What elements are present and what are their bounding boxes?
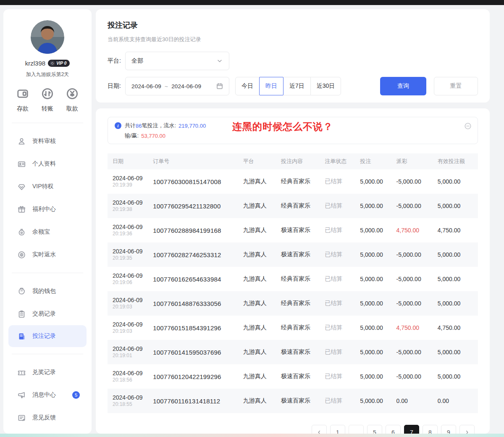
summary-winloss: 53,770.00	[141, 133, 165, 139]
bet-record-icon	[18, 332, 26, 340]
cell-platform: 九游真人	[242, 389, 279, 413]
join-days-text: 加入九游娱乐第2天	[3, 71, 92, 78]
table-row[interactable]: 2024-06-09 20:19:03 1007760148876333056 …	[108, 291, 478, 316]
user-audit-icon	[18, 137, 26, 145]
cell-platform: 九游真人	[242, 316, 279, 340]
vip-badge-label: VIP 0	[56, 61, 66, 66]
vip-badge[interactable]: ◇ VIP 0	[48, 60, 70, 67]
quick-action-2[interactable]: 取款	[60, 87, 84, 113]
date-from: 2024-06-09	[131, 83, 161, 90]
cell-time: 20:18:56	[113, 377, 150, 384]
cell-valid-amount: 5,000.00	[436, 291, 478, 316]
money-bag-icon	[18, 228, 26, 236]
sidebar-item[interactable]: 交易记录	[3, 303, 92, 325]
cell-platform: 九游真人	[242, 242, 279, 267]
bottom-gradient-strip	[0, 434, 504, 437]
collapse-icon[interactable]	[464, 122, 472, 130]
cell-bet-content: 极速百家乐	[279, 364, 323, 389]
table-row[interactable]: 2024-06-09 20:19:36 1007760288984199168 …	[108, 218, 478, 242]
sidebar-item[interactable]: 福利中心	[3, 198, 92, 221]
sidebar-item[interactable]: 资料审核	[3, 130, 92, 153]
cell-time: 20:18:55	[113, 401, 150, 408]
range-button[interactable]: 近30日	[310, 77, 341, 95]
sidebar-item[interactable]: 实时返水	[3, 243, 92, 266]
sidebar-item[interactable]: 意见反馈	[3, 406, 92, 429]
search-button[interactable]: 查询	[380, 77, 426, 95]
vip-emblem-icon: ◇	[50, 61, 55, 66]
cell-status: 已结算	[323, 194, 358, 218]
table-row[interactable]: 2024-06-09 20:18:56 1007760120422199296 …	[108, 364, 478, 389]
cell-status: 已结算	[323, 291, 358, 316]
cell-bet-amount: 5,000.00	[358, 218, 394, 242]
cell-bet-amount: 5,000.00	[358, 364, 394, 389]
cell-order-number: 1007760300815147008	[151, 169, 241, 194]
platform-select[interactable]: 全部	[125, 52, 229, 70]
table-row[interactable]: 2024-06-09 20:19:06 1007760162654633984 …	[108, 267, 478, 291]
cell-platform: 九游真人	[242, 291, 279, 316]
cell-bet-amount: 5,000.00	[358, 389, 394, 413]
page-title: 投注记录	[108, 20, 478, 30]
transfer-icon	[41, 87, 54, 100]
cell-time: 20:19:38	[113, 206, 150, 213]
sidebar-item[interactable]: 帮助中心	[3, 429, 92, 434]
summary-turnover: 219,770.00	[178, 123, 206, 129]
divider	[12, 123, 83, 123]
cell-order-number: 1007760295421132800	[151, 194, 241, 218]
sidebar-item[interactable]: 余额宝	[3, 221, 92, 243]
quick-action-1[interactable]: 转账	[36, 87, 59, 113]
transaction-icon	[18, 310, 26, 318]
cell-bet-content: 经典百家乐	[279, 169, 323, 194]
sidebar-item[interactable]: 兑奖记录	[3, 361, 92, 384]
table-row[interactable]: 2024-06-09 20:19:38 1007760295421132800 …	[108, 194, 478, 218]
sidebar-item[interactable]: 个人资料	[3, 153, 92, 175]
range-button[interactable]: 今日	[235, 77, 260, 95]
column-header: 有效投注额	[436, 153, 478, 169]
sidebar-item[interactable]: 我的钱包	[3, 280, 92, 303]
sidebar-item[interactable]: 投注记录	[8, 325, 87, 347]
ticket-icon	[18, 369, 26, 376]
quick-action-0[interactable]: 存款	[11, 87, 34, 113]
date-range-picker[interactable]: 2024-06-09 ~ 2024-06-09	[125, 77, 229, 95]
cell-order-number: 1007760162654633984	[151, 267, 241, 291]
cell-bet-amount: 5,000.00	[358, 242, 394, 267]
table-row[interactable]: 2024-06-09 20:19:01 1007760141595037696 …	[108, 340, 478, 364]
cell-date: 2024-06-09	[113, 394, 150, 401]
reset-button[interactable]: 重置	[434, 77, 478, 95]
summary-prefix: 共计	[125, 122, 136, 129]
sidebar-item-label: 交易记录	[32, 310, 56, 318]
cell-bet-content: 经典百家乐	[279, 291, 323, 316]
cell-bet-content: 极速百家乐	[279, 218, 323, 242]
sidebar-item-label: 实时返水	[32, 251, 56, 258]
profile-section: krzl398 ◇ VIP 0 加入九游娱乐第2天 存款 转账 取款	[3, 9, 92, 113]
cell-status: 已结算	[323, 218, 358, 242]
gift-icon	[18, 205, 26, 213]
cell-platform: 九游真人	[242, 267, 279, 291]
sidebar-item[interactable]: 消息中心 5	[3, 384, 92, 406]
sidebar-item-label: 福利中心	[32, 205, 56, 213]
avatar[interactable]	[31, 20, 64, 54]
range-button[interactable]: 昨日	[259, 77, 284, 95]
deposit-icon	[16, 87, 29, 100]
cell-date: 2024-06-09	[113, 174, 150, 182]
column-header: 平台	[242, 153, 279, 169]
cell-date: 2024-06-09	[113, 369, 150, 377]
cell-status: 已结算	[323, 267, 358, 291]
cell-valid-amount: 4,750.00	[436, 218, 478, 242]
cell-order-number: 1007760120422199296	[151, 364, 241, 389]
range-button[interactable]: 近7日	[283, 77, 311, 95]
table-row[interactable]: 2024-06-09 20:19:39 1007760300815147008 …	[108, 169, 478, 194]
table-row[interactable]: 2024-06-09 20:18:55 1007760116131418112 …	[108, 389, 478, 413]
table-row[interactable]: 2024-06-09 20:19:35 1007760282746253312 …	[108, 242, 478, 267]
date-to: 2024-06-09	[171, 83, 201, 90]
cell-date: 2024-06-09	[113, 247, 150, 255]
sidebar-item-label: 余额宝	[32, 228, 50, 236]
cell-payout: -5,000.00	[395, 364, 436, 389]
cell-bet-content: 经典百家乐	[279, 267, 323, 291]
cell-payout: -5,000.00	[395, 340, 436, 364]
sidebar-item[interactable]: VIP特权	[3, 175, 92, 198]
cell-payout: -5,000.00	[395, 291, 436, 316]
cell-time: 20:19:35	[113, 255, 150, 262]
table-row[interactable]: 2024-06-09 20:19:03 1007760151854391296 …	[108, 316, 478, 340]
cell-payout: -5,000.00	[395, 242, 436, 267]
cell-date: 2024-06-09	[113, 223, 150, 231]
